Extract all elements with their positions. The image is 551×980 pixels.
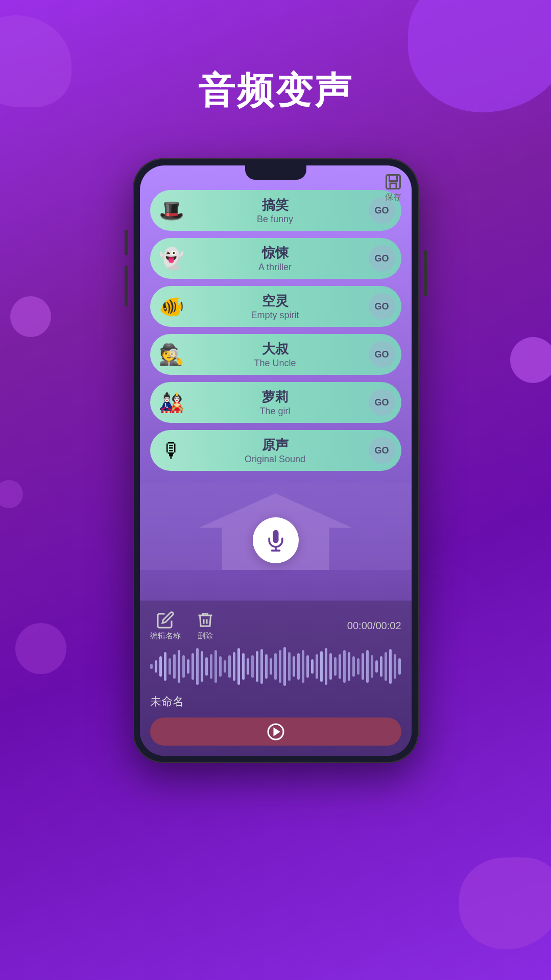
voice-icon-girl: 🎎	[156, 387, 187, 418]
voice-name-empty-spirit: 空灵	[187, 292, 364, 310]
voice-text-be-funny: 搞笑 Be funny	[187, 196, 369, 225]
voice-name-original: 原声	[187, 436, 364, 454]
voice-item-original[interactable]: 🎙 原声 Original Sound GO	[150, 430, 401, 471]
side-button-power	[424, 250, 427, 296]
wave-bar	[265, 654, 268, 679]
phone-frame: 保存 🎩 搞笑 Be funny GO 👻 惊悚 A thriller GO 🐠…	[133, 158, 419, 763]
wave-bar	[224, 660, 226, 673]
delete-icon	[196, 611, 214, 629]
wave-bar	[385, 652, 387, 681]
edit-name-button[interactable]: 编辑名称	[150, 611, 181, 641]
voice-icon-empty-spirit: 🐠	[156, 291, 187, 322]
voice-icon-uncle: 🕵	[156, 339, 187, 370]
wave-bar	[159, 656, 162, 677]
wave-bar	[279, 650, 281, 683]
play-icon	[267, 723, 285, 741]
wave-bar	[339, 654, 341, 679]
svg-marker-6	[274, 729, 279, 735]
wave-bar	[371, 655, 373, 678]
voice-name-thriller: 惊悚	[187, 244, 364, 262]
wave-bar	[274, 653, 277, 680]
wave-bar	[362, 653, 364, 680]
wave-bar	[329, 653, 332, 680]
wave-bar	[357, 658, 360, 675]
delete-button[interactable]: 删除	[196, 611, 214, 641]
phone-notch	[245, 165, 306, 180]
wave-bar	[380, 656, 382, 677]
wave-bar	[325, 648, 327, 685]
wave-bar	[334, 657, 337, 676]
phone-device: 保存 🎩 搞笑 Be funny GO 👻 惊悚 A thriller GO 🐠…	[133, 158, 419, 763]
voice-name-be-funny: 搞笑	[187, 196, 364, 214]
mic-icon	[265, 529, 287, 552]
go-button-girl[interactable]: GO	[369, 389, 395, 416]
wave-bar	[375, 660, 378, 673]
voice-text-thriller: 惊悚 A thriller	[187, 244, 369, 273]
save-icon	[384, 173, 402, 191]
wave-bar	[210, 654, 212, 679]
wave-bar	[260, 649, 263, 684]
voice-item-empty-spirit[interactable]: 🐠 空灵 Empty spirit GO	[150, 286, 401, 327]
mic-button[interactable]	[253, 517, 299, 563]
voice-options-list: 🎩 搞笑 Be funny GO 👻 惊悚 A thriller GO 🐠 空灵…	[140, 180, 412, 483]
side-button-mute	[125, 230, 128, 255]
go-button-empty-spirit[interactable]: GO	[369, 293, 395, 320]
voice-icon-thriller: 👻	[156, 243, 187, 274]
go-button-uncle[interactable]: GO	[369, 341, 395, 368]
wave-bar	[283, 647, 286, 686]
voice-sub-original: Original Sound	[187, 454, 364, 465]
wave-bar	[178, 650, 180, 683]
wave-bar	[306, 655, 309, 678]
go-button-original[interactable]: GO	[369, 437, 395, 464]
edit-delete-row: 编辑名称 删除 00:00/00:02	[150, 611, 401, 641]
page-title: 音频变声	[0, 66, 551, 115]
wave-bar	[394, 654, 396, 679]
wave-bar	[237, 648, 240, 685]
filename: 未命名	[150, 694, 401, 709]
voice-sub-thriller: A thriller	[187, 262, 364, 273]
voice-item-girl[interactable]: 🎎 萝莉 The girl GO	[150, 382, 401, 423]
bg-blob-mid-left	[10, 296, 51, 337]
wave-bar	[251, 655, 254, 678]
wave-bar	[316, 654, 318, 679]
play-button[interactable]	[150, 718, 401, 746]
phone-screen: 保存 🎩 搞笑 Be funny GO 👻 惊悚 A thriller GO 🐠…	[140, 165, 412, 756]
voice-text-original: 原声 Original Sound	[187, 436, 369, 465]
wave-bar	[155, 660, 157, 673]
bg-blob-mid-left2	[15, 623, 66, 674]
wave-bar	[389, 649, 392, 684]
wave-bar	[228, 655, 231, 678]
voice-item-thriller[interactable]: 👻 惊悚 A thriller GO	[150, 238, 401, 279]
save-label: 保存	[385, 192, 401, 203]
bg-blob-left-lower	[0, 480, 23, 508]
wave-bar	[164, 652, 166, 681]
save-button-area[interactable]: 保存	[384, 173, 402, 203]
svg-rect-1	[389, 175, 397, 181]
wave-bar	[311, 659, 314, 674]
delete-label: 删除	[198, 631, 213, 641]
waveform	[150, 646, 401, 687]
wave-bar	[366, 650, 369, 683]
wave-bar	[196, 648, 199, 685]
wave-bar	[182, 655, 185, 678]
voice-sub-be-funny: Be funny	[187, 214, 364, 225]
timestamp: 00:00/00:02	[347, 620, 401, 632]
wave-bar	[320, 651, 323, 682]
wave-bar	[302, 650, 304, 683]
bg-blob-right-mid	[510, 337, 551, 383]
bottom-controls: 编辑名称 删除 00:00/00:02	[140, 601, 412, 756]
voice-item-uncle[interactable]: 🕵 大叔 The Uncle GO	[150, 334, 401, 375]
wave-bar	[247, 658, 249, 675]
voice-item-be-funny[interactable]: 🎩 搞笑 Be funny GO	[150, 190, 401, 231]
edit-label: 编辑名称	[150, 631, 181, 641]
wave-bar	[348, 652, 350, 681]
wave-bar	[297, 653, 300, 680]
voice-sub-uncle: The Uncle	[187, 358, 364, 369]
voice-name-girl: 萝莉	[187, 388, 364, 406]
wave-bar	[233, 652, 235, 681]
go-button-thriller[interactable]: GO	[369, 245, 395, 272]
wave-bar	[352, 656, 355, 677]
wave-bar	[343, 650, 346, 683]
wave-bar	[201, 651, 203, 682]
bg-blob-bottom-right	[459, 857, 551, 949]
